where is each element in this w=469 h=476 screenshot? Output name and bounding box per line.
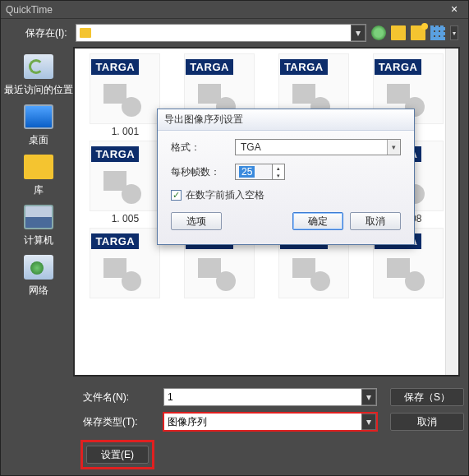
filetype-value: 图像序列 <box>168 415 207 429</box>
fps-input[interactable]: 25 <box>235 164 273 180</box>
svg-rect-22 <box>387 258 410 278</box>
sidebar-item-desktop[interactable]: 桌面 <box>22 102 55 147</box>
targa-badge: TARGA <box>91 59 139 75</box>
save-button[interactable]: 保存（S） <box>390 388 464 406</box>
svg-point-17 <box>122 271 141 291</box>
save-in-combo[interactable]: 新建文件夹 ▾ <box>76 24 366 42</box>
targa-badge: TARGA <box>91 233 139 249</box>
chevron-down-icon[interactable]: ▾ <box>351 25 366 41</box>
sidebar-item-label: 桌面 <box>29 133 48 147</box>
svg-rect-20 <box>292 258 315 278</box>
back-icon[interactable] <box>371 25 386 40</box>
library-icon <box>24 155 53 179</box>
file-caption: 1. 005 <box>112 213 139 224</box>
view-dropdown-icon[interactable]: ▾ <box>450 25 458 40</box>
fps-label: 每秒帧数： <box>171 165 228 179</box>
new-folder-icon[interactable] <box>411 25 425 40</box>
cancel-button[interactable]: 取消 <box>390 413 464 431</box>
view-icon[interactable] <box>430 25 445 40</box>
spin-down-icon[interactable]: ▾ <box>273 172 284 179</box>
file-thumb: TARGA <box>90 141 160 211</box>
scrollbar[interactable] <box>445 49 458 375</box>
svg-rect-4 <box>292 84 315 104</box>
sidebar-item-library[interactable]: 库 <box>22 152 55 197</box>
save-in-row: 保存在(I): 新建文件夹 ▾ ▾ <box>1 19 468 47</box>
file-thumb: TARGA <box>90 228 160 298</box>
pad-spaces-label: 在数字前插入空格 <box>186 188 264 202</box>
folder-icon <box>80 28 91 38</box>
targa-badge: TARGA <box>375 59 422 75</box>
window-title: QuickTime <box>6 4 445 16</box>
fps-spinner[interactable]: ▴▾ <box>272 164 285 180</box>
sidebar-item-recent[interactable]: 最近访问的位置 <box>4 52 73 97</box>
sidebar-item-label: 库 <box>34 183 44 197</box>
svg-rect-0 <box>103 84 126 104</box>
chevron-down-icon[interactable]: ▾ <box>361 414 376 430</box>
svg-point-21 <box>310 271 330 291</box>
filename-label: 文件名(N): <box>83 391 157 404</box>
svg-rect-2 <box>198 84 221 104</box>
targa-badge: TARGA <box>186 59 233 75</box>
settings-highlight: 设置(E) <box>83 442 152 467</box>
filename-input[interactable]: 1 ▾ <box>163 388 377 406</box>
svg-point-1 <box>122 97 141 117</box>
modal-body: 格式： TGA ▾ 每秒帧数： 25 ▴▾ ✓ 在数字前插入空格 选项 确定 取… <box>158 131 414 238</box>
bottom-panel: 文件名(N): 1 ▾ 保存（S） 保存类型(T): 图像序列 ▾ 取消 设置(… <box>1 383 468 475</box>
filetype-combo[interactable]: 图像序列 ▾ <box>163 413 377 431</box>
svg-rect-18 <box>198 258 221 278</box>
targa-badge: TARGA <box>280 59 328 75</box>
up-folder-icon[interactable] <box>391 25 406 40</box>
computer-icon <box>24 205 53 229</box>
svg-point-9 <box>122 184 141 204</box>
spin-up-icon[interactable]: ▴ <box>273 164 284 172</box>
targa-badge: TARGA <box>91 146 139 162</box>
format-value: TGA <box>241 141 261 153</box>
titlebar: QuickTime × <box>1 1 468 19</box>
save-in-label: 保存在(I): <box>25 26 67 40</box>
svg-point-19 <box>216 271 236 291</box>
pad-spaces-checkbox[interactable]: ✓ <box>171 190 182 201</box>
export-settings-dialog: 导出图像序列设置 格式： TGA ▾ 每秒帧数： 25 ▴▾ ✓ 在数字前插入空… <box>157 109 415 245</box>
svg-rect-16 <box>103 258 126 278</box>
options-button[interactable]: 选项 <box>171 212 222 230</box>
modal-title: 导出图像序列设置 <box>158 109 414 131</box>
sidebar-item-label: 最近访问的位置 <box>4 83 73 97</box>
filename-value: 1 <box>168 391 173 403</box>
network-icon <box>24 255 53 280</box>
sidebar-item-network[interactable]: 网络 <box>22 252 55 298</box>
format-label: 格式： <box>171 141 228 155</box>
places-sidebar: 最近访问的位置 桌面 库 计算机 网络 <box>4 47 73 377</box>
close-icon[interactable]: × <box>445 2 463 17</box>
ok-button[interactable]: 确定 <box>292 212 343 230</box>
svg-point-23 <box>405 271 425 291</box>
settings-button[interactable]: 设置(E) <box>86 446 149 464</box>
modal-cancel-button[interactable]: 取消 <box>350 212 401 230</box>
fps-value: 25 <box>239 166 255 178</box>
recent-icon <box>24 54 53 79</box>
desktop-icon <box>24 104 53 129</box>
sidebar-item-computer[interactable]: 计算机 <box>22 202 55 247</box>
chevron-down-icon[interactable]: ▾ <box>387 140 400 155</box>
svg-rect-6 <box>387 84 410 104</box>
file-thumb: TARGA <box>90 53 160 124</box>
sidebar-item-label: 计算机 <box>24 233 53 247</box>
svg-rect-8 <box>103 171 126 191</box>
filetype-label: 保存类型(T): <box>83 415 157 429</box>
save-in-value: 新建文件夹 <box>94 26 144 40</box>
file-caption: 1. 001 <box>112 126 139 137</box>
sidebar-item-label: 网络 <box>29 284 48 298</box>
chevron-down-icon[interactable]: ▾ <box>361 389 376 405</box>
format-combo[interactable]: TGA ▾ <box>235 139 401 155</box>
